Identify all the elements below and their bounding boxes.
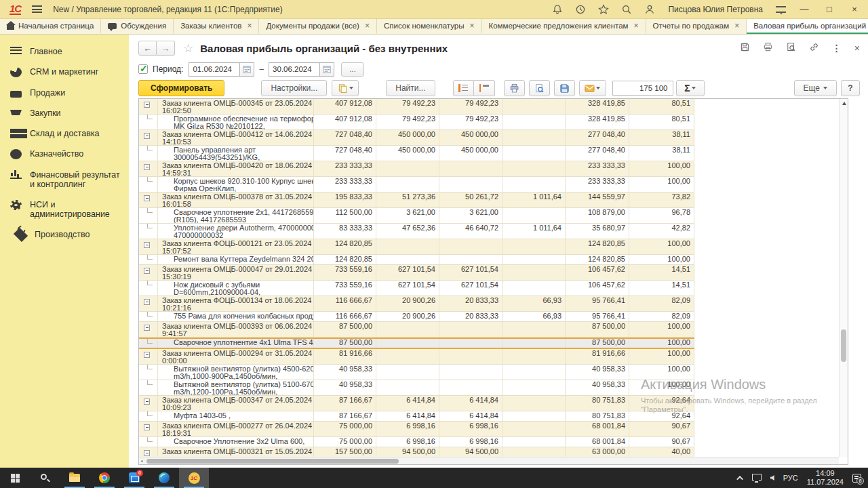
cost-cell[interactable]	[376, 380, 439, 395]
tree-cell[interactable]	[139, 411, 158, 421]
collapse-groups-button[interactable]	[474, 80, 495, 96]
revenue-cell[interactable]: 87 166,67	[314, 411, 376, 421]
table-row[interactable]: Заказ клиента ОМЦБ-000393 от 06.06.2024 …	[139, 322, 694, 338]
cost-cell[interactable]: 450 000,00	[376, 146, 439, 161]
cost2-cell[interactable]: 6 998,16	[439, 437, 502, 447]
calendar-icon[interactable]	[320, 62, 334, 77]
tray-chevron-up-icon[interactable]	[736, 475, 743, 482]
revenue-cell[interactable]: 83 333,33	[314, 224, 376, 239]
profitability-cell[interactable]: 100,00	[629, 322, 694, 337]
search-icon[interactable]	[620, 3, 632, 15]
gross-profit-cell[interactable]: 63 000,00	[566, 447, 629, 457]
extra-cost-cell[interactable]: 1 011,64	[502, 192, 566, 207]
table-row[interactable]: Сварочное уплотнентие 4x1 Ulma TFS 400 ,…	[139, 338, 694, 349]
help-button[interactable]: ?	[841, 80, 860, 96]
table-row[interactable]: Заказ клиента ОМЦБ-000420 от 18.06.2024 …	[139, 161, 694, 177]
cost-cell[interactable]: 51 273,36	[376, 192, 439, 207]
cost-cell[interactable]	[376, 177, 439, 192]
profitability-cell[interactable]: 100,00	[629, 339, 694, 348]
revenue-cell[interactable]: 116 666,67	[314, 312, 376, 321]
revenue-cell[interactable]: 87 166,67	[314, 396, 376, 411]
more-vertical-icon[interactable]: ⋮	[832, 43, 842, 54]
extra-cost-cell[interactable]	[502, 146, 566, 161]
table-row[interactable]: Заказ клиента ОМЦБ-000412 от 14.06.2024 …	[139, 130, 694, 146]
profitability-cell[interactable]: 100,00	[629, 255, 694, 264]
sidebar-item[interactable]: Главное	[0, 41, 129, 62]
row-name-cell[interactable]: Вытяжной вентилятор (улитка) 5100-6700 m…	[158, 380, 314, 395]
tree-cell[interactable]	[139, 130, 158, 145]
cost-cell[interactable]	[376, 255, 439, 264]
table-row[interactable]: Заказ клиента ОМЦБ-000347 от 24.05.2024 …	[139, 396, 694, 411]
row-name-cell[interactable]: Уплотнение двери Autotherm, 470000000032…	[158, 224, 314, 239]
collapse-group-icon[interactable]	[144, 450, 150, 456]
gross-profit-cell[interactable]: 328 419,85	[566, 99, 629, 114]
report-close-icon[interactable]: ×	[854, 43, 860, 54]
collapse-group-icon[interactable]	[144, 242, 150, 248]
tab-close-icon[interactable]: ×	[734, 21, 739, 30]
tab-close-icon[interactable]: ×	[633, 21, 638, 30]
gross-profit-cell[interactable]: 124 820,85	[566, 255, 629, 264]
gross-profit-cell[interactable]: 68 001,84	[566, 437, 629, 447]
profitability-cell[interactable]: 40,00	[629, 447, 694, 457]
tab-close-icon[interactable]: ×	[247, 21, 252, 30]
profitability-cell[interactable]: 90,67	[629, 422, 694, 436]
cost-cell[interactable]	[376, 322, 439, 337]
extra-cost-cell[interactable]	[502, 161, 566, 176]
cost-cell[interactable]: 627 101,54	[376, 265, 439, 280]
period-to-input[interactable]	[269, 62, 320, 77]
extra-cost-cell[interactable]	[502, 99, 566, 114]
table-row[interactable]: Муфта 1403-05 , 87 166,67 6 414,84 6 414…	[139, 411, 694, 422]
profitability-cell[interactable]: 92,64	[629, 411, 694, 421]
sidebar-item[interactable]: Закупки	[0, 103, 129, 123]
profitability-cell[interactable]: 100,00	[629, 177, 694, 192]
save-icon[interactable]	[740, 42, 750, 55]
collapse-group-icon[interactable]	[144, 164, 150, 170]
app-tab[interactable]: Список номенклатуры ×	[377, 19, 482, 34]
revenue-cell[interactable]: 116 666,67	[314, 296, 376, 311]
table-row[interactable]: Сварочное уплотнение 2х1, 44172685593 (R…	[139, 208, 694, 224]
collapse-group-icon[interactable]	[144, 424, 150, 430]
row-name-cell[interactable]: Заказ клиента ОМЦБ-000393 от 06.06.2024 …	[158, 322, 314, 337]
row-name-cell[interactable]: Муфта 1403-05 ,	[158, 411, 314, 421]
table-row[interactable]: Заказ клиента ОМЦБ-000321 от 15.05.2024 …	[139, 447, 694, 457]
cost2-cell[interactable]: 627 101,54	[439, 281, 502, 296]
cost2-cell[interactable]: 79 492,23	[439, 115, 502, 129]
scroll-left-icon[interactable]	[141, 460, 143, 462]
extra-cost-cell[interactable]	[502, 130, 566, 145]
tree-cell[interactable]	[139, 437, 158, 447]
profitability-cell[interactable]: 73,82	[629, 192, 694, 207]
row-name-cell[interactable]: Заказ клиента ФОЦБ-000134 от 18.06.2024 …	[158, 296, 314, 311]
app-tab[interactable]: Документы продажи (все) ×	[259, 19, 376, 34]
app-tab[interactable]: Валовая прибыль организаций - без внутре…	[747, 19, 868, 34]
revenue-cell[interactable]: 124 820,85	[314, 255, 376, 264]
row-name-cell[interactable]: Заказ клиента ФОЦБ-000121 от 23.05.2024 …	[158, 239, 314, 254]
gross-profit-cell[interactable]: 95 766,41	[566, 312, 629, 321]
window-maximize-button[interactable]: □	[823, 4, 836, 14]
table-row[interactable]: Вытяжной вентилятор (улитка) 4500-6200 m…	[139, 365, 694, 380]
cost-cell[interactable]: 6 414,84	[376, 411, 439, 421]
cost-cell[interactable]: 627 101,54	[376, 281, 439, 296]
cost-cell[interactable]: 94 500,00	[376, 447, 439, 457]
tree-cell[interactable]	[139, 296, 158, 311]
taskbar-search-button[interactable]	[30, 468, 60, 488]
profitability-cell[interactable]: 82,09	[629, 312, 694, 321]
row-name-cell[interactable]: Вытяжной вентилятор (улитка) 4500-6200 m…	[158, 365, 314, 380]
profitability-cell[interactable]: 42,82	[629, 224, 694, 239]
extra-cost-cell[interactable]	[502, 115, 566, 129]
tree-cell[interactable]	[139, 146, 158, 161]
row-name-cell[interactable]: Заказ клиента ОМЦБ-000294 от 31.05.2024 …	[158, 349, 314, 364]
extra-cost-cell[interactable]	[502, 239, 566, 254]
table-row[interactable]: Ремонт вала Куттера Zeydelmann 324 2008 …	[139, 255, 694, 265]
cost-cell[interactable]: 47 652,36	[376, 224, 439, 239]
taskbar-mail-button[interactable]: 6	[119, 468, 149, 488]
row-name-cell[interactable]: Ремонт вала Куттера Zeydelmann 324 2008 …	[158, 255, 314, 264]
gross-profit-cell[interactable]: 68 001,84	[566, 422, 629, 436]
revenue-cell[interactable]: 87 500,00	[314, 322, 376, 337]
taskbar-edge-button[interactable]	[149, 468, 179, 488]
cost-cell[interactable]	[376, 365, 439, 380]
gross-profit-cell[interactable]: 144 559,97	[566, 192, 629, 207]
collapse-group-icon[interactable]	[144, 133, 150, 139]
table-row[interactable]: Панель управления арт 3000054439(543251)…	[139, 146, 694, 161]
tree-cell[interactable]	[139, 224, 158, 239]
extra-cost-cell[interactable]	[502, 265, 566, 280]
